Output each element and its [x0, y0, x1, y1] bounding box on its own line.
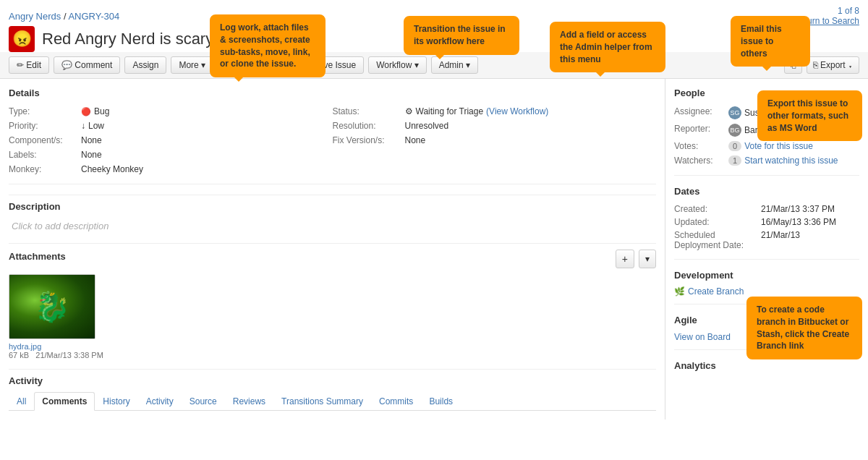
priority-value: ↓ Low	[81, 121, 104, 131]
tooltip-transition: Transition the issue in its workflow her…	[404, 16, 519, 55]
created-label: Created:	[674, 204, 761, 214]
description-placeholder[interactable]: Click to add description	[9, 218, 656, 234]
attachments-title: Attachments	[9, 251, 66, 262]
priority-label: Priority:	[9, 121, 81, 131]
add-attachment-button[interactable]: +	[616, 250, 634, 268]
breadcrumb: Angry Nerds / ANGRY-304	[9, 11, 119, 22]
attachment-item: hydra.jpg 67 kB 21/Mar/13 3:38 PM	[9, 274, 103, 359]
left-panel: Details Type: 🔴 Bug Priority:	[0, 79, 665, 419]
attachments-section: Attachments + ▾ hydra.jpg	[9, 243, 656, 360]
attachment-name-link[interactable]: hydra.jpg	[9, 342, 103, 351]
dates-title: Dates	[674, 186, 859, 197]
create-branch-link[interactable]: 🌿 Create Branch	[674, 286, 859, 297]
type-label: Type:	[9, 106, 81, 116]
status-label: Status:	[333, 106, 405, 116]
tab-transitions-summary[interactable]: Transitions Summary	[273, 392, 371, 411]
tab-activity[interactable]: Activity	[138, 392, 182, 411]
workflow-button[interactable]: Workflow ▾	[368, 56, 426, 74]
details-left-col: Type: 🔴 Bug Priority: ↓ Low	[9, 104, 333, 176]
status-row: Status: ⚙ Waiting for Triage (View Workf…	[333, 104, 657, 119]
updated-row: Updated: 16/May/13 3:36 PM	[674, 216, 859, 229]
details-section: Details Type: 🔴 Bug Priority:	[9, 88, 656, 184]
tab-comments[interactable]: Comments	[34, 392, 95, 411]
reporter-label: Reporter:	[674, 124, 728, 134]
components-label: Component/s:	[9, 135, 81, 145]
tab-reviews[interactable]: Reviews	[225, 392, 273, 411]
assignee-avatar: SG	[728, 106, 741, 119]
page-wrapper: Angry Nerds / ANGRY-304 1 of 8 Return to…	[0, 0, 868, 460]
breadcrumb-project[interactable]: Angry Nerds	[9, 11, 61, 22]
votes-value: 0 Vote for this issue	[728, 141, 813, 151]
dates-section: Dates Created: 21/Mar/13 3:37 PM Updated…	[674, 186, 859, 260]
tab-commits[interactable]: Commits	[371, 392, 421, 411]
updated-label: Updated:	[674, 217, 761, 227]
attachment-thumbnail[interactable]	[9, 274, 95, 339]
activity-title: Activity	[9, 375, 656, 386]
activity-section: Activity All Comments History Activity S…	[9, 369, 656, 411]
attachment-info: hydra.jpg 67 kB 21/Mar/13 3:38 PM	[9, 342, 103, 359]
reporter-avatar: BG	[728, 124, 741, 137]
avatar: 😠	[9, 26, 35, 52]
watch-issue-link[interactable]: Start watching this issue	[744, 156, 838, 166]
analytics-title: Analytics	[674, 360, 859, 371]
resolution-label: Resolution:	[333, 121, 405, 131]
more-button[interactable]: More ▾	[171, 56, 213, 74]
watchers-label: Watchers:	[674, 156, 728, 166]
status-value: ⚙ Waiting for Triage (View Workflow)	[405, 106, 549, 116]
watchers-value: 1 Start watching this issue	[728, 156, 838, 166]
fix-version-value: None	[405, 135, 426, 145]
watchers-count-badge: 1	[728, 156, 741, 166]
fix-version-row: Fix Version/s: None	[333, 133, 657, 148]
details-grid: Type: 🔴 Bug Priority: ↓ Low	[9, 104, 656, 176]
breadcrumb-issue[interactable]: ANGRY-304	[68, 11, 119, 22]
description-title: Description	[9, 201, 656, 212]
monkey-row: Monkey: Cheeky Monkey	[9, 162, 333, 176]
scheduled-row: Scheduled Deployment Date: 21/Mar/13	[674, 229, 859, 252]
scheduled-label: Scheduled Deployment Date:	[674, 230, 761, 250]
created-row: Created: 21/Mar/13 3:37 PM	[674, 203, 859, 216]
priority-row: Priority: ↓ Low	[9, 119, 333, 133]
tab-history[interactable]: History	[95, 392, 137, 411]
development-title: Development	[674, 270, 859, 281]
breadcrumb-separator: /	[64, 11, 67, 22]
updated-value: 16/May/13 3:36 PM	[761, 217, 836, 227]
status-triage-icon: ⚙	[405, 106, 413, 116]
tooltip-log-work: Log work, attach files & screenshots, cr…	[210, 14, 326, 77]
tab-all[interactable]: All	[9, 392, 34, 411]
labels-row: Labels: None	[9, 148, 333, 162]
components-row: Component/s: None	[9, 133, 333, 148]
tooltip-export: Export this issue to other formats, such…	[757, 90, 862, 141]
votes-label: Votes:	[674, 141, 728, 151]
monkey-label: Monkey:	[9, 164, 81, 174]
assignee-label: Assignee:	[674, 106, 728, 116]
comment-button[interactable]: 💬 Comment	[54, 56, 120, 74]
branch-icon: 🌿	[674, 286, 685, 297]
tab-builds[interactable]: Builds	[421, 392, 461, 411]
attachment-image	[9, 275, 95, 338]
export-button[interactable]: ⎘ Export ▾	[807, 56, 859, 74]
votes-count-badge: 0	[728, 141, 741, 151]
attachments-header: Attachments + ▾	[9, 250, 656, 268]
vote-for-issue-link[interactable]: Vote for this issue	[744, 141, 813, 151]
resolution-row: Resolution: Unresolved	[333, 119, 657, 133]
fix-version-label: Fix Version/s:	[333, 135, 405, 145]
labels-label: Labels:	[9, 150, 81, 160]
edit-button[interactable]: ✏ Edit	[9, 56, 49, 74]
attachment-date: 21/Mar/13 3:38 PM	[35, 351, 103, 359]
components-value: None	[81, 135, 102, 145]
attachments-options-button[interactable]: ▾	[639, 250, 656, 268]
tooltip-admin-helper: Add a field or access the Admin helper f…	[550, 22, 665, 72]
pagination-label: of 8	[845, 6, 859, 16]
pagination-current: 1	[838, 6, 843, 16]
tab-source[interactable]: Source	[182, 392, 225, 411]
scheduled-value: 21/Mar/13	[761, 230, 800, 250]
main-content: Details Type: 🔴 Bug Priority:	[0, 79, 868, 419]
watchers-row: Watchers: 1 Start watching this issue	[674, 153, 859, 168]
resolution-value: Unresolved	[405, 121, 449, 131]
attachments-list: hydra.jpg 67 kB 21/Mar/13 3:38 PM	[9, 274, 656, 360]
assign-button[interactable]: Assign	[124, 56, 166, 74]
view-workflow-link[interactable]: (View Workflow)	[486, 106, 548, 116]
tooltip-create-branch: To create a code branch in Bitbucket or …	[746, 297, 862, 359]
view-on-board-link[interactable]: View on Board	[674, 332, 731, 342]
priority-icon: ↓	[81, 121, 85, 131]
